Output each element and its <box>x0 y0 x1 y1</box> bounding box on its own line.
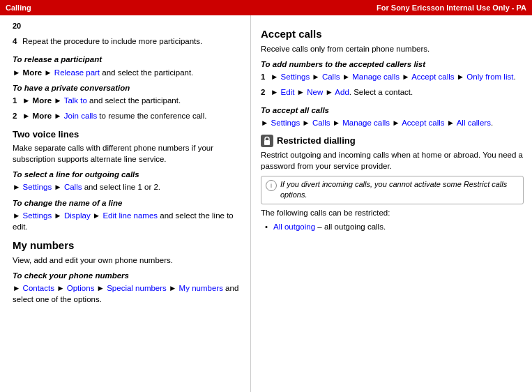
an1-link4[interactable]: Accept calls <box>411 73 454 81</box>
cn-link3[interactable]: Special numbers <box>107 284 167 292</box>
mynumbers-body: View, add and edit your own phone number… <box>13 255 242 266</box>
aa-link4[interactable]: Accept calls <box>402 119 444 127</box>
private-step2-num: 2 <box>13 110 22 124</box>
chg-link2[interactable]: Display <box>64 211 91 220</box>
restricted-title: Restricted dialling <box>277 135 356 147</box>
release-mid-arrow: ► <box>42 68 54 77</box>
right-column: Accept calls Receive calls only from cer… <box>251 15 532 392</box>
bullet-1-text: All outgoing – all outgoing calls. <box>273 221 386 232</box>
cn-arr1: ► <box>54 284 67 292</box>
an2-link3[interactable]: Add <box>335 88 349 96</box>
svg-rect-0 <box>264 140 270 145</box>
cn-link4[interactable]: My numbers <box>179 284 223 292</box>
ps2-rest: to resume the conference call. <box>97 112 206 120</box>
note-text: If you divert incoming calls, you cannot… <box>280 179 519 201</box>
ps2-link[interactable]: Join calls <box>64 112 97 120</box>
aa-link3[interactable]: Manage calls <box>342 119 390 127</box>
following-text: The following calls can be restricted: <box>261 207 524 218</box>
step-4-number: 4 <box>13 36 22 50</box>
an1-arr4: ► <box>455 73 467 81</box>
page-wrapper: Calling For Sony Ericsson Internal Use O… <box>0 0 532 392</box>
step-4-text: Repeat the procedure to include more par… <box>22 36 242 47</box>
chg-link1[interactable]: Settings <box>23 211 52 220</box>
select-text: ► Settings ► Calls and select line 1 or … <box>13 181 242 193</box>
an-step1-text: ► Settings ► Calls ► Manage calls ► Acce… <box>271 71 524 82</box>
an2-arr1: ► <box>294 88 307 96</box>
aa-arrow: ► <box>261 119 271 127</box>
header-section-label: Calling <box>6 3 31 12</box>
mynumbers-heading: My numbers <box>13 238 242 252</box>
sel-link2[interactable]: Calls <box>64 183 82 191</box>
chg-arr1: ► <box>52 211 64 220</box>
an1-link3[interactable]: Manage calls <box>352 73 400 81</box>
change-text: ► Settings ► Display ► Edit line names a… <box>13 210 242 232</box>
an2-link2[interactable]: New <box>307 88 323 96</box>
ps2-arrow: ► <box>22 112 33 120</box>
twovoice-heading: Two voice lines <box>13 128 242 141</box>
an2-arrow: ► <box>271 88 281 96</box>
an1-end: . <box>513 73 515 81</box>
private-heading: To have a private conversation <box>13 82 242 93</box>
an1-link5[interactable]: Only from list <box>466 73 513 81</box>
chg-arr2: ► <box>91 211 103 220</box>
restricted-body: Restrict outgoing and incoming calls whe… <box>261 149 524 172</box>
private-step2: 2 ► More ► Join calls to resume the conf… <box>13 110 242 124</box>
release-rest: and select the participant. <box>100 68 193 77</box>
bullet-1: • All outgoing – all outgoing calls. <box>265 221 524 232</box>
header-title: For Sony Ericsson Internal Use Only - PA <box>377 3 526 12</box>
aa-link1[interactable]: Settings <box>271 119 301 127</box>
aa-arr4: ► <box>445 119 457 127</box>
an2-rest: . Select a contact. <box>349 88 413 96</box>
an2-arr2: ► <box>323 88 335 96</box>
left-column: 20 4 Repeat the procedure to include mor… <box>0 15 251 392</box>
ps1-rest: and select the participant. <box>87 96 181 105</box>
checknumbers-text: ► Contacts ► Options ► Special numbers ►… <box>13 282 242 305</box>
chg-link3[interactable]: Edit line names <box>102 211 158 220</box>
header-bar: Calling For Sony Ericsson Internal Use O… <box>0 0 532 15</box>
ps1-link[interactable]: Talk to <box>64 96 87 105</box>
bullet-1-label[interactable]: All outgoing <box>273 223 315 231</box>
an1-link1[interactable]: Settings <box>281 73 310 81</box>
ps1-more[interactable]: More <box>33 96 52 105</box>
acceptall-text: ► Settings ► Calls ► Manage calls ► Acce… <box>261 117 524 128</box>
aa-link5[interactable]: All callers <box>457 119 491 127</box>
an2-link1[interactable]: Edit <box>281 88 295 96</box>
restricted-icon <box>261 135 273 147</box>
release-arrow-symbol: ► <box>13 68 23 77</box>
aa-link2[interactable]: Calls <box>312 119 330 127</box>
twovoice-body: Make separate calls with different phone… <box>13 142 242 165</box>
step-4: 4 Repeat the procedure to include more p… <box>13 36 242 50</box>
release-text: ► More ► Release part and select the par… <box>13 67 242 78</box>
an-step2-text: ► Edit ► New ► Add. Select a contact. <box>271 86 524 98</box>
sel-rest: and select line 1 or 2. <box>82 183 160 191</box>
cn-link2[interactable]: Options <box>67 284 95 292</box>
ps1-mid: ► <box>52 96 64 105</box>
sel-link1[interactable]: Settings <box>23 183 52 191</box>
sel-arr: ► <box>52 183 64 191</box>
page-number: 20 <box>13 21 242 31</box>
private-step1: 1 ► More ► Talk to and select the partic… <box>13 95 242 109</box>
info-icon: i <box>266 180 277 191</box>
ps2-more[interactable]: More <box>33 112 52 120</box>
an-step2-num: 2 <box>261 86 271 100</box>
aa-end: . <box>491 119 493 127</box>
cn-arr3: ► <box>167 284 179 292</box>
bullet-1-rest: – all outgoing calls. <box>315 223 386 231</box>
note-box: i If you divert incoming calls, you cann… <box>261 176 524 204</box>
restricted-heading-container: Restricted dialling <box>261 135 524 147</box>
an1-link2[interactable]: Calls <box>322 73 340 81</box>
aa-arr2: ► <box>330 119 342 127</box>
aa-arr1: ► <box>300 119 312 127</box>
an1-arr2: ► <box>340 73 352 81</box>
release-link[interactable]: Release part <box>54 68 100 77</box>
addnumbers-heading: To add numbers to the accepted callers l… <box>261 59 524 70</box>
cn-arrow: ► <box>13 284 23 292</box>
cn-link1[interactable]: Contacts <box>23 284 54 292</box>
ps1-arrow: ► <box>22 96 33 105</box>
sel-arrow: ► <box>13 183 23 191</box>
release-more[interactable]: More <box>23 68 42 77</box>
acceptall-heading: To accept all calls <box>261 105 524 116</box>
an-step1-num: 1 <box>261 71 271 85</box>
private-step1-num: 1 <box>13 95 22 109</box>
lock-icon <box>263 136 271 146</box>
